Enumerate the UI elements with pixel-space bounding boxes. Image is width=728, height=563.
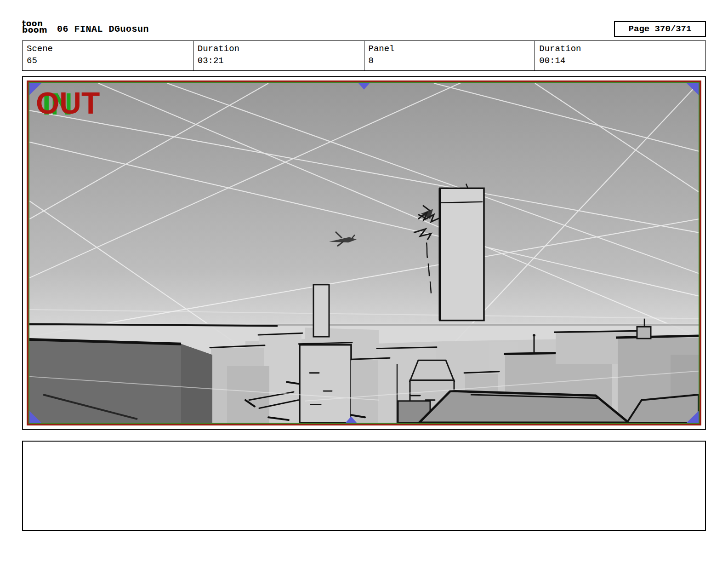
scene-duration-label: Duration [198, 43, 360, 54]
logo-line-2: boom [22, 27, 47, 33]
panel-value: 8 [369, 54, 531, 67]
camera-in-frame: IN OUT [28, 82, 700, 424]
camera-out-frame: IN OUT [27, 80, 701, 425]
panel-duration-value: 00:14 [539, 54, 701, 67]
outlined-building [300, 345, 351, 423]
document-title: 06 FINAL DGuosun [57, 24, 149, 34]
skyscraper-tower [440, 184, 484, 320]
panel-frame: IN OUT [22, 76, 706, 430]
scene-value: 65 [27, 54, 189, 67]
panel-info-row: Scene 65 Duration 03:21 Panel 8 Duration… [22, 40, 706, 71]
info-cell-scene-duration: Duration 03:21 [193, 41, 364, 70]
page-indicator: Page 370/371 [614, 21, 706, 37]
storyboard-page: toon boom 06 FINAL DGuosun Page 370/371 … [0, 0, 728, 563]
page-indicator-text: Page 370/371 [629, 24, 692, 34]
info-cell-panel-duration: Duration 00:14 [535, 41, 705, 70]
scene-duration-value: 03:21 [198, 54, 360, 67]
info-cell-panel: Panel 8 [364, 41, 535, 70]
panel-duration-label: Duration [539, 43, 701, 54]
scene-label: Scene [27, 43, 189, 54]
storyboard-panel-artwork [29, 83, 699, 423]
info-cell-scene: Scene 65 [23, 41, 193, 70]
gable-building [410, 360, 454, 381]
thin-tower [313, 285, 329, 337]
toonboom-logo: toon boom [22, 20, 47, 33]
panel-label: Panel [369, 43, 531, 54]
caption-box [22, 441, 706, 531]
